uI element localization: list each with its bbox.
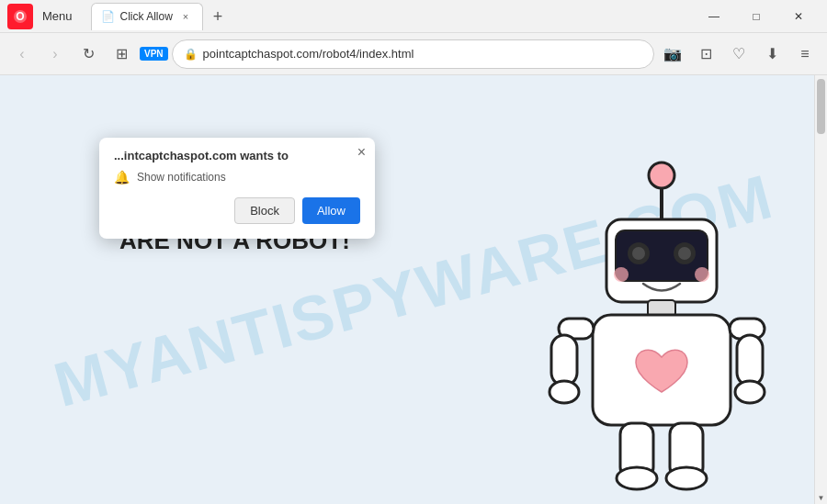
- popup-title: ...intcaptchaspot.com wants to: [114, 149, 360, 162]
- active-tab[interactable]: 📄 Click Allow ×: [91, 3, 203, 30]
- minimize-button[interactable]: —: [693, 2, 735, 31]
- new-tab-button[interactable]: +: [205, 5, 231, 30]
- scrollbar-down-button[interactable]: ▼: [815, 491, 827, 504]
- tab-bar: 📄 Click Allow × +: [87, 3, 689, 30]
- tab-title: Click Allow: [120, 10, 173, 23]
- svg-point-23: [666, 467, 707, 489]
- svg-point-10: [614, 267, 629, 282]
- tab-close-button[interactable]: ×: [178, 9, 193, 24]
- nav-bar: ‹ › ↻ ⊞ VPN 🔒 pointcaptchaspot.com/robot…: [0, 33, 827, 75]
- download-button[interactable]: ⬇: [757, 39, 787, 69]
- svg-point-11: [695, 267, 709, 282]
- close-button[interactable]: ✕: [777, 2, 820, 31]
- popup-buttons: Block Allow: [114, 197, 360, 224]
- menu-button[interactable]: Menu: [35, 4, 80, 29]
- url-text: pointcaptchaspot.com/robot4/index.html: [203, 47, 414, 61]
- grid-button[interactable]: ⊞: [107, 39, 136, 69]
- svg-point-3: [649, 162, 674, 188]
- browser-frame: O Menu 📄 Click Allow × + — □ ✕ ‹ › ↻ ⊞ V…: [0, 0, 827, 504]
- forward-button[interactable]: ›: [40, 39, 70, 69]
- scrollbar-thumb[interactable]: [817, 79, 825, 134]
- svg-rect-18: [737, 335, 763, 386]
- svg-text:O: O: [16, 10, 24, 23]
- block-button[interactable]: Block: [234, 197, 295, 224]
- svg-point-8: [632, 247, 645, 260]
- vpn-badge[interactable]: VPN: [140, 47, 168, 61]
- popup-permission-text: Show notifications: [137, 171, 226, 184]
- camera-button[interactable]: 📷: [658, 39, 687, 69]
- page-content: MYANTISPYWARE.COM THAT YOU ARE NOT A ROB…: [0, 75, 827, 504]
- extensions-button[interactable]: ⊡: [691, 39, 720, 69]
- heart-button[interactable]: ♡: [724, 39, 753, 69]
- menu-label: Menu: [42, 9, 73, 23]
- popup-close-button[interactable]: ×: [357, 145, 366, 160]
- notification-permission-icon: 🔔: [114, 170, 130, 185]
- window-controls-right: — □ ✕: [693, 2, 820, 31]
- popup-permission: 🔔 Show notifications: [114, 170, 360, 185]
- back-button[interactable]: ‹: [7, 39, 37, 69]
- menu-settings-button[interactable]: ≡: [790, 39, 820, 69]
- lock-icon: 🔒: [184, 48, 198, 61]
- maximize-button[interactable]: □: [735, 2, 777, 31]
- svg-point-16: [549, 381, 579, 403]
- scrollbar[interactable]: ▲ ▼: [814, 75, 827, 504]
- reload-button[interactable]: ↻: [74, 39, 103, 69]
- svg-point-22: [617, 467, 657, 489]
- notification-popup: × ...intcaptchaspot.com wants to 🔔 Show …: [99, 138, 375, 239]
- opera-button[interactable]: O: [7, 4, 33, 29]
- svg-point-9: [678, 247, 691, 260]
- tab-favicon: 📄: [101, 10, 115, 23]
- address-bar[interactable]: 🔒 pointcaptchaspot.com/robot4/index.html: [172, 39, 654, 69]
- title-bar: O Menu 📄 Click Allow × + — □ ✕: [0, 0, 827, 33]
- robot-illustration: [533, 155, 790, 504]
- svg-point-19: [735, 381, 765, 403]
- allow-button[interactable]: Allow: [302, 197, 360, 224]
- nav-actions: 📷 ⊡ ♡ ⬇ ≡: [658, 39, 820, 69]
- svg-rect-15: [551, 335, 577, 386]
- window-controls: O Menu: [7, 4, 80, 29]
